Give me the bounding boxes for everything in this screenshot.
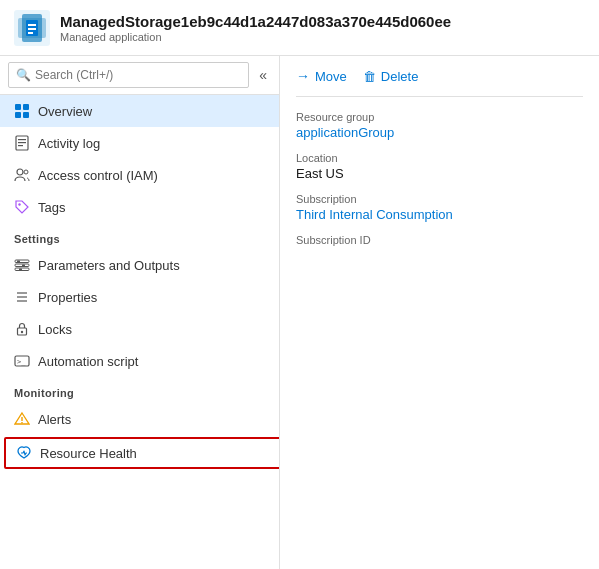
section-header-settings: Settings: [0, 223, 279, 249]
resource-health-icon: [16, 445, 32, 461]
sidebar-item-locks[interactable]: Locks: [0, 313, 279, 345]
subscription-label: Subscription: [296, 193, 583, 205]
svg-rect-23: [19, 269, 22, 271]
content-area: → Move 🗑 Delete Resource group applicati…: [280, 56, 599, 569]
access-control-icon: [14, 167, 30, 183]
svg-text:>_: >_: [17, 358, 26, 366]
svg-rect-32: [21, 417, 22, 421]
header-text-group: ManagedStorage1eb9c44d1a2447d083a370e445…: [60, 13, 451, 43]
svg-rect-33: [21, 422, 22, 423]
sidebar-item-alerts-label: Alerts: [38, 412, 71, 427]
sidebar: 🔍 « Overview Activity log Access control…: [0, 56, 280, 569]
properties-icon: [14, 289, 30, 305]
sidebar-item-properties[interactable]: Properties: [0, 281, 279, 313]
parameters-icon: [14, 257, 30, 273]
toolbar: → Move 🗑 Delete: [296, 68, 583, 97]
delete-label: Delete: [381, 69, 419, 84]
locks-icon: [14, 321, 30, 337]
details-section: Resource group applicationGroup Location…: [296, 111, 583, 246]
sidebar-item-parameters-outputs[interactable]: Parameters and Outputs: [0, 249, 279, 281]
tags-icon: [14, 199, 30, 215]
svg-point-28: [21, 331, 23, 333]
sidebar-item-locks-label: Locks: [38, 322, 72, 337]
sidebar-item-automation-script-label: Automation script: [38, 354, 138, 369]
sidebar-item-automation-script[interactable]: >_ Automation script: [0, 345, 279, 377]
svg-point-17: [18, 203, 20, 205]
svg-rect-10: [23, 112, 29, 118]
location-value: East US: [296, 166, 583, 181]
sidebar-item-alerts[interactable]: Alerts: [0, 403, 279, 435]
subscription-id-label: Subscription ID: [296, 234, 583, 246]
move-button[interactable]: → Move: [296, 68, 347, 84]
sidebar-item-access-control[interactable]: Access control (IAM): [0, 159, 279, 191]
sidebar-item-resource-health-label: Resource Health: [40, 446, 137, 461]
section-header-monitoring: Monitoring: [0, 377, 279, 403]
svg-rect-4: [28, 24, 36, 26]
delete-icon: 🗑: [363, 69, 376, 84]
sidebar-item-access-control-label: Access control (IAM): [38, 168, 158, 183]
location-row: Location East US: [296, 152, 583, 181]
sidebar-item-parameters-outputs-label: Parameters and Outputs: [38, 258, 180, 273]
subscription-row: Subscription Third Internal Consumption: [296, 193, 583, 222]
svg-rect-9: [15, 112, 21, 118]
main-layout: 🔍 « Overview Activity log Access control…: [0, 56, 599, 569]
move-label: Move: [315, 69, 347, 84]
sidebar-item-overview-label: Overview: [38, 104, 92, 119]
activity-log-icon: [14, 135, 30, 151]
sidebar-item-activity-log-label: Activity log: [38, 136, 100, 151]
svg-point-15: [17, 169, 23, 175]
resource-group-label: Resource group: [296, 111, 583, 123]
collapse-button[interactable]: «: [255, 65, 271, 85]
subscription-value[interactable]: Third Internal Consumption: [296, 207, 583, 222]
svg-rect-7: [15, 104, 21, 110]
search-input[interactable]: [8, 62, 249, 88]
svg-rect-5: [28, 28, 36, 30]
app-header: ManagedStorage1eb9c44d1a2447d083a370e445…: [0, 0, 599, 56]
overview-icon: [14, 103, 30, 119]
svg-rect-22: [22, 265, 25, 267]
resource-group-row: Resource group applicationGroup: [296, 111, 583, 140]
svg-rect-6: [28, 32, 33, 34]
subscription-id-row: Subscription ID: [296, 234, 583, 246]
svg-rect-13: [18, 142, 26, 143]
svg-rect-21: [17, 261, 20, 263]
svg-rect-12: [18, 139, 26, 140]
move-icon: →: [296, 68, 310, 84]
app-title: ManagedStorage1eb9c44d1a2447d083a370e445…: [60, 13, 451, 31]
search-bar: 🔍 «: [0, 56, 279, 95]
alerts-icon: [14, 411, 30, 427]
location-label: Location: [296, 152, 583, 164]
app-subtitle: Managed application: [60, 31, 451, 43]
svg-rect-14: [18, 145, 23, 146]
svg-point-16: [24, 170, 28, 174]
resource-group-value[interactable]: applicationGroup: [296, 125, 583, 140]
sidebar-item-tags-label: Tags: [38, 200, 65, 215]
sidebar-item-resource-health[interactable]: Resource Health: [4, 437, 280, 469]
svg-rect-8: [23, 104, 29, 110]
sidebar-item-tags[interactable]: Tags: [0, 191, 279, 223]
sidebar-item-overview[interactable]: Overview: [0, 95, 279, 127]
automation-icon: >_: [14, 353, 30, 369]
sidebar-item-activity-log[interactable]: Activity log: [0, 127, 279, 159]
sidebar-item-properties-label: Properties: [38, 290, 97, 305]
delete-button[interactable]: 🗑 Delete: [363, 69, 419, 84]
app-icon: [14, 10, 50, 46]
